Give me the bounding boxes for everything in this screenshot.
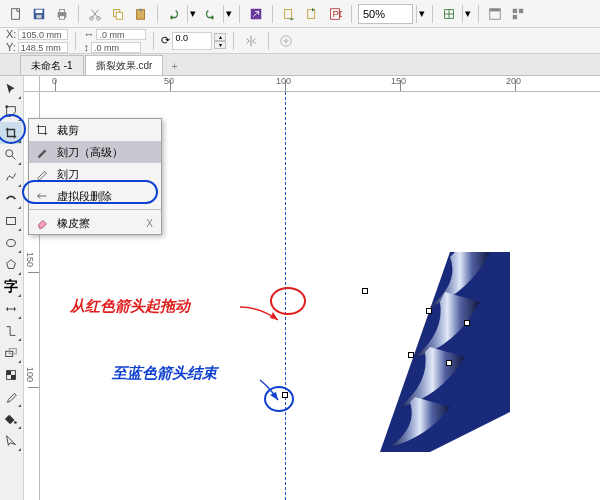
width-value[interactable]: .0 mm — [96, 29, 146, 40]
save-icon[interactable] — [29, 4, 49, 24]
shape-tool[interactable] — [0, 100, 22, 122]
selection-handle[interactable] — [464, 320, 470, 326]
zoom-input[interactable]: 50% — [358, 4, 413, 24]
ruler-tick: 100 — [25, 367, 35, 382]
eyedropper-tool[interactable] — [0, 386, 22, 408]
segment-delete-icon — [34, 188, 50, 204]
ruler-tick: 150 — [391, 76, 406, 86]
svg-rect-33 — [11, 375, 15, 379]
horizontal-ruler[interactable]: 0 50 100 150 200 — [40, 76, 600, 92]
svg-point-34 — [14, 421, 17, 424]
undo-dropdown[interactable]: ▾ — [187, 5, 197, 23]
menu-crop[interactable]: 裁剪 — [29, 119, 161, 141]
freehand-tool[interactable] — [0, 166, 22, 188]
width-icon: ↔ — [83, 28, 94, 40]
menu-knife[interactable]: 刻刀 — [29, 163, 161, 185]
snap-dropdown[interactable]: ▾ — [462, 5, 472, 23]
y-label: Y: — [6, 41, 16, 53]
ruler-tick: 50 — [164, 76, 174, 86]
import-icon[interactable] — [279, 4, 299, 24]
pick-tool[interactable] — [0, 78, 22, 100]
ellipse-tool[interactable] — [0, 232, 22, 254]
snap-icon[interactable] — [439, 4, 459, 24]
pdf-icon[interactable]: PDF — [325, 4, 345, 24]
fill-tool[interactable] — [0, 408, 22, 430]
selection-handle[interactable] — [362, 288, 368, 294]
redo-dropdown[interactable]: ▾ — [223, 5, 233, 23]
tab-tear-effect[interactable]: 撕裂效果.cdr — [85, 55, 164, 75]
height-icon: ↕ — [83, 41, 89, 53]
arrow-red-icon — [240, 302, 290, 327]
menu-virtual-segment-delete[interactable]: 虚拟段删除 — [29, 185, 161, 207]
svg-rect-10 — [116, 12, 122, 19]
y-value[interactable]: 148.5 mm — [18, 42, 68, 53]
copy-icon[interactable] — [108, 4, 128, 24]
x-value[interactable]: 105.0 mm — [18, 29, 68, 40]
polygon-tool[interactable] — [0, 254, 22, 276]
svg-rect-14 — [285, 9, 292, 18]
tab-add-button[interactable]: + — [164, 57, 184, 75]
menu-knife-label: 刻刀 — [57, 167, 79, 182]
menu-virt-del-label: 虚拟段删除 — [57, 189, 112, 204]
svg-rect-27 — [7, 218, 16, 225]
arrow-blue-icon — [258, 378, 288, 408]
ruler-origin[interactable] — [24, 76, 40, 92]
options-icon[interactable] — [485, 4, 505, 24]
new-icon[interactable] — [6, 4, 26, 24]
zoom-dropdown[interactable]: ▾ — [416, 5, 426, 23]
print-icon[interactable] — [52, 4, 72, 24]
undo-icon[interactable] — [164, 4, 184, 24]
rectangle-tool[interactable] — [0, 210, 22, 232]
annotation-red: 从红色箭头起拖动 — [70, 297, 190, 316]
cut-icon[interactable] — [85, 4, 105, 24]
effects-tool[interactable] — [0, 342, 22, 364]
toolbox: 字 — [0, 76, 24, 500]
svg-rect-20 — [490, 8, 501, 11]
rotation-stepper[interactable]: ▴▾ — [214, 33, 226, 49]
menu-eraser[interactable]: 橡皮擦 X — [29, 212, 161, 234]
svg-rect-0 — [12, 8, 20, 19]
add-icon[interactable] — [276, 31, 296, 51]
svg-rect-3 — [36, 14, 41, 18]
knife-icon — [34, 166, 50, 182]
connector-tool[interactable] — [0, 320, 22, 342]
eraser-icon — [34, 215, 50, 231]
svg-text:PDF: PDF — [332, 7, 342, 18]
dimension-tool[interactable] — [0, 298, 22, 320]
rotation-value[interactable]: 0.0 — [172, 32, 212, 50]
svg-rect-22 — [519, 8, 523, 12]
app-icon[interactable] — [508, 4, 528, 24]
crop-tool[interactable] — [0, 122, 22, 144]
transparency-tool[interactable] — [0, 364, 22, 386]
drill-object[interactable] — [360, 252, 510, 452]
svg-rect-2 — [36, 9, 43, 13]
redo-icon[interactable] — [200, 4, 220, 24]
height-value[interactable]: .0 mm — [91, 42, 141, 53]
svg-rect-23 — [513, 14, 517, 18]
zoom-tool[interactable] — [0, 144, 22, 166]
export-icon[interactable] — [302, 4, 322, 24]
selection-handle[interactable] — [426, 308, 432, 314]
ruler-tick: 100 — [276, 76, 291, 86]
selection-handle[interactable] — [446, 360, 452, 366]
outline-tool[interactable] — [0, 430, 22, 452]
knife-icon — [34, 144, 50, 160]
document-tabs: 未命名 -1 撕裂效果.cdr + — [0, 54, 600, 76]
paste-icon[interactable] — [131, 4, 151, 24]
selection-handle[interactable] — [408, 352, 414, 358]
guide-line[interactable] — [285, 92, 286, 500]
svg-rect-21 — [513, 8, 517, 12]
menu-eraser-shortcut: X — [146, 218, 153, 229]
svg-rect-6 — [59, 15, 64, 19]
property-bar: X:105.0 mm Y:148.5 mm ↔.0 mm ↕.0 mm ⟳ 0.… — [0, 28, 600, 54]
menu-knife-advanced[interactable]: 刻刀（高级） — [29, 141, 161, 163]
mirror-h-icon[interactable] — [241, 31, 261, 51]
svg-rect-32 — [7, 371, 11, 375]
artistic-tool[interactable] — [0, 188, 22, 210]
crop-icon — [34, 122, 50, 138]
tab-untitled[interactable]: 未命名 -1 — [20, 55, 84, 75]
text-tool[interactable]: 字 — [0, 276, 22, 298]
svg-rect-15 — [308, 9, 315, 18]
svg-point-28 — [7, 240, 16, 247]
launch-icon[interactable] — [246, 4, 266, 24]
